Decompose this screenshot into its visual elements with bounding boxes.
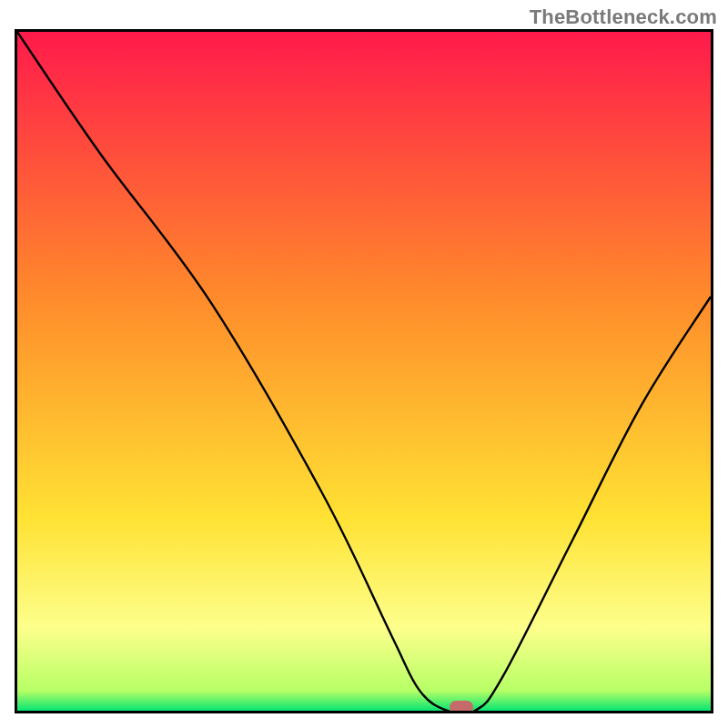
plot-frame xyxy=(15,29,713,713)
optimal-marker xyxy=(450,701,473,713)
chart-container: TheBottleneck.com xyxy=(0,0,728,728)
curve-path xyxy=(17,32,711,713)
watermark-text: TheBottleneck.com xyxy=(530,5,717,29)
bottleneck-curve xyxy=(17,32,711,711)
